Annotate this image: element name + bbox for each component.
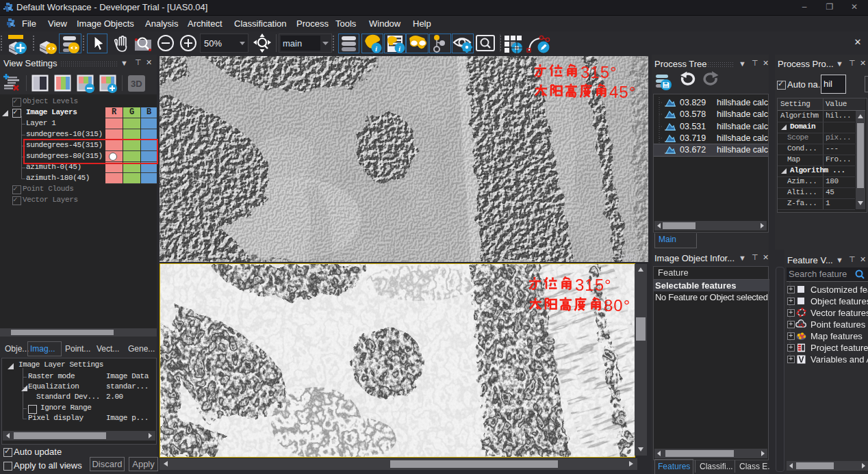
svg-text:315°: 315° [580, 63, 617, 81]
svg-text:V: V [799, 355, 804, 365]
svg-text:main: main [283, 38, 302, 49]
svg-text:50%: 50% [204, 38, 222, 49]
svg-text:3D: 3D [131, 79, 142, 89]
svg-text:45°: 45° [609, 83, 636, 101]
svg-text:80°: 80° [604, 296, 630, 315]
svg-text:main: main [618, 252, 636, 261]
svg-text:315°: 315° [575, 276, 612, 294]
